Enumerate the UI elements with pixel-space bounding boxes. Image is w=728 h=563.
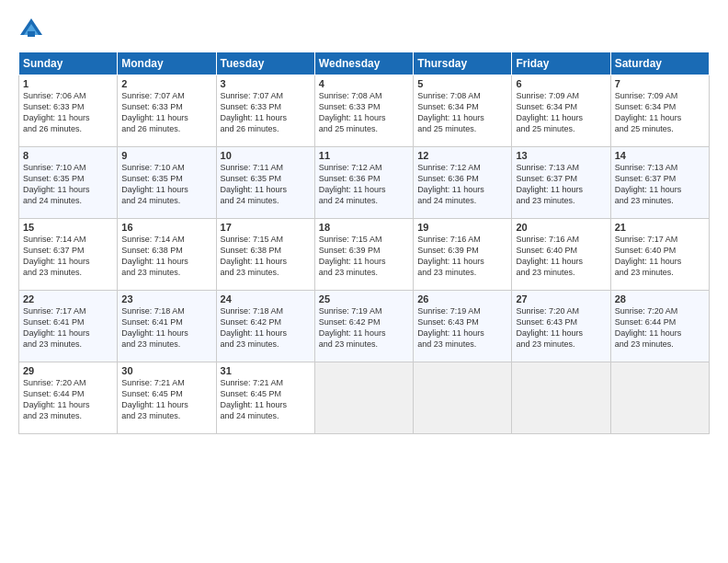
day-info: Sunrise: 7:10 AM Sunset: 6:35 PM Dayligh… — [23, 162, 113, 207]
day-cell: 2Sunrise: 7:07 AM Sunset: 6:33 PM Daylig… — [118, 75, 216, 147]
day-number: 24 — [221, 293, 311, 304]
day-number: 22 — [23, 293, 113, 304]
weekday-thursday: Thursday — [414, 52, 512, 75]
day-number: 1 — [23, 78, 113, 89]
day-cell — [314, 362, 413, 434]
day-info: Sunrise: 7:09 AM Sunset: 6:34 PM Dayligh… — [516, 90, 606, 135]
day-cell: 13Sunrise: 7:13 AM Sunset: 6:37 PM Dayli… — [512, 147, 610, 219]
day-number: 5 — [417, 78, 507, 89]
day-number: 15 — [23, 222, 113, 233]
day-info: Sunrise: 7:13 AM Sunset: 6:37 PM Dayligh… — [516, 162, 606, 207]
page: SundayMondayTuesdayWednesdayThursdayFrid… — [0, 0, 728, 443]
day-cell: 21Sunrise: 7:17 AM Sunset: 6:40 PM Dayli… — [610, 219, 709, 291]
day-cell: 5Sunrise: 7:08 AM Sunset: 6:34 PM Daylig… — [414, 75, 512, 147]
day-cell — [512, 362, 610, 434]
calendar: SundayMondayTuesdayWednesdayThursdayFrid… — [18, 52, 710, 434]
day-info: Sunrise: 7:16 AM Sunset: 6:40 PM Dayligh… — [516, 234, 606, 279]
day-cell: 11Sunrise: 7:12 AM Sunset: 6:36 PM Dayli… — [314, 147, 413, 219]
day-cell: 7Sunrise: 7:09 AM Sunset: 6:34 PM Daylig… — [610, 75, 709, 147]
day-cell: 28Sunrise: 7:20 AM Sunset: 6:44 PM Dayli… — [610, 291, 709, 362]
day-number: 31 — [221, 365, 311, 376]
day-info: Sunrise: 7:07 AM Sunset: 6:33 PM Dayligh… — [121, 90, 211, 135]
week-row-3: 15Sunrise: 7:14 AM Sunset: 6:37 PM Dayli… — [19, 219, 710, 291]
day-number: 12 — [417, 150, 507, 161]
day-cell: 20Sunrise: 7:16 AM Sunset: 6:40 PM Dayli… — [512, 219, 610, 291]
day-cell — [414, 362, 512, 434]
day-info: Sunrise: 7:17 AM Sunset: 6:40 PM Dayligh… — [615, 234, 705, 279]
day-cell: 16Sunrise: 7:14 AM Sunset: 6:38 PM Dayli… — [118, 219, 216, 291]
day-info: Sunrise: 7:15 AM Sunset: 6:39 PM Dayligh… — [319, 234, 409, 279]
day-info: Sunrise: 7:19 AM Sunset: 6:42 PM Dayligh… — [319, 305, 409, 350]
day-cell: 25Sunrise: 7:19 AM Sunset: 6:42 PM Dayli… — [314, 291, 413, 362]
day-number: 8 — [23, 150, 113, 161]
day-info: Sunrise: 7:08 AM Sunset: 6:34 PM Dayligh… — [417, 90, 507, 135]
week-row-4: 22Sunrise: 7:17 AM Sunset: 6:41 PM Dayli… — [19, 291, 710, 362]
day-number: 18 — [319, 222, 409, 233]
day-info: Sunrise: 7:11 AM Sunset: 6:35 PM Dayligh… — [221, 162, 311, 207]
day-cell: 26Sunrise: 7:19 AM Sunset: 6:43 PM Dayli… — [414, 291, 512, 362]
day-info: Sunrise: 7:14 AM Sunset: 6:38 PM Dayligh… — [121, 234, 211, 279]
day-info: Sunrise: 7:12 AM Sunset: 6:36 PM Dayligh… — [319, 162, 409, 207]
day-cell: 18Sunrise: 7:15 AM Sunset: 6:39 PM Dayli… — [314, 219, 413, 291]
day-number: 20 — [516, 222, 606, 233]
day-info: Sunrise: 7:21 AM Sunset: 6:45 PM Dayligh… — [121, 377, 211, 422]
day-cell: 8Sunrise: 7:10 AM Sunset: 6:35 PM Daylig… — [19, 147, 118, 219]
weekday-friday: Friday — [512, 52, 610, 75]
week-row-5: 29Sunrise: 7:20 AM Sunset: 6:44 PM Dayli… — [19, 362, 710, 434]
day-cell: 4Sunrise: 7:08 AM Sunset: 6:33 PM Daylig… — [314, 75, 413, 147]
day-info: Sunrise: 7:16 AM Sunset: 6:39 PM Dayligh… — [417, 234, 507, 279]
day-cell: 17Sunrise: 7:15 AM Sunset: 6:38 PM Dayli… — [216, 219, 314, 291]
day-cell: 3Sunrise: 7:07 AM Sunset: 6:33 PM Daylig… — [216, 75, 314, 147]
day-number: 14 — [615, 150, 705, 161]
calendar-header: SundayMondayTuesdayWednesdayThursdayFrid… — [19, 52, 710, 75]
weekday-wednesday: Wednesday — [314, 52, 413, 75]
day-number: 10 — [221, 150, 311, 161]
day-number: 23 — [121, 293, 211, 304]
day-cell: 23Sunrise: 7:18 AM Sunset: 6:41 PM Dayli… — [118, 291, 216, 362]
calendar-body: 1Sunrise: 7:06 AM Sunset: 6:33 PM Daylig… — [19, 75, 710, 434]
day-info: Sunrise: 7:09 AM Sunset: 6:34 PM Dayligh… — [615, 90, 705, 135]
day-info: Sunrise: 7:20 AM Sunset: 6:44 PM Dayligh… — [615, 305, 705, 350]
day-info: Sunrise: 7:10 AM Sunset: 6:35 PM Dayligh… — [121, 162, 211, 207]
day-info: Sunrise: 7:19 AM Sunset: 6:43 PM Dayligh… — [417, 305, 507, 350]
day-number: 19 — [417, 222, 507, 233]
day-number: 4 — [319, 78, 409, 89]
day-info: Sunrise: 7:06 AM Sunset: 6:33 PM Dayligh… — [23, 90, 113, 135]
weekday-saturday: Saturday — [610, 52, 709, 75]
day-number: 9 — [121, 150, 211, 161]
day-info: Sunrise: 7:14 AM Sunset: 6:37 PM Dayligh… — [23, 234, 113, 279]
day-number: 16 — [121, 222, 211, 233]
header — [18, 17, 710, 42]
day-number: 3 — [221, 78, 311, 89]
day-number: 26 — [417, 293, 507, 304]
day-info: Sunrise: 7:13 AM Sunset: 6:37 PM Dayligh… — [615, 162, 705, 207]
day-number: 21 — [615, 222, 705, 233]
day-cell: 19Sunrise: 7:16 AM Sunset: 6:39 PM Dayli… — [414, 219, 512, 291]
day-info: Sunrise: 7:21 AM Sunset: 6:45 PM Dayligh… — [221, 377, 311, 422]
day-cell — [610, 362, 709, 434]
week-row-2: 8Sunrise: 7:10 AM Sunset: 6:35 PM Daylig… — [19, 147, 710, 219]
day-number: 28 — [615, 293, 705, 304]
day-number: 2 — [121, 78, 211, 89]
day-cell: 15Sunrise: 7:14 AM Sunset: 6:37 PM Dayli… — [19, 219, 118, 291]
day-cell: 29Sunrise: 7:20 AM Sunset: 6:44 PM Dayli… — [19, 362, 118, 434]
day-number: 30 — [121, 365, 211, 376]
day-info: Sunrise: 7:20 AM Sunset: 6:44 PM Dayligh… — [23, 377, 113, 422]
day-info: Sunrise: 7:18 AM Sunset: 6:42 PM Dayligh… — [221, 305, 311, 350]
weekday-tuesday: Tuesday — [216, 52, 314, 75]
day-cell: 27Sunrise: 7:20 AM Sunset: 6:43 PM Dayli… — [512, 291, 610, 362]
week-row-1: 1Sunrise: 7:06 AM Sunset: 6:33 PM Daylig… — [19, 75, 710, 147]
day-number: 7 — [615, 78, 705, 89]
day-cell: 1Sunrise: 7:06 AM Sunset: 6:33 PM Daylig… — [19, 75, 118, 147]
weekday-sunday: Sunday — [19, 52, 118, 75]
day-info: Sunrise: 7:17 AM Sunset: 6:41 PM Dayligh… — [23, 305, 113, 350]
logo — [18, 17, 48, 42]
day-info: Sunrise: 7:15 AM Sunset: 6:38 PM Dayligh… — [221, 234, 311, 279]
day-cell: 9Sunrise: 7:10 AM Sunset: 6:35 PM Daylig… — [118, 147, 216, 219]
day-number: 27 — [516, 293, 606, 304]
day-cell: 22Sunrise: 7:17 AM Sunset: 6:41 PM Dayli… — [19, 291, 118, 362]
logo-icon — [18, 17, 44, 42]
day-info: Sunrise: 7:07 AM Sunset: 6:33 PM Dayligh… — [221, 90, 311, 135]
weekday-header-row: SundayMondayTuesdayWednesdayThursdayFrid… — [19, 52, 710, 75]
day-number: 11 — [319, 150, 409, 161]
